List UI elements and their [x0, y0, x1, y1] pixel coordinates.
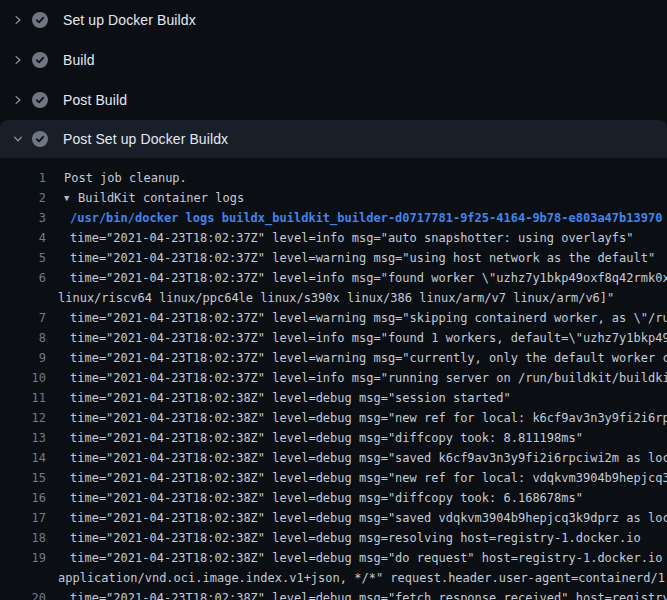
log-text: time="2021-04-23T18:02:38Z" level=debug …: [46, 388, 511, 408]
log-text: time="2021-04-23T18:02:38Z" level=debug …: [46, 428, 583, 448]
log-row: 9 time="2021-04-23T18:02:37Z" level=warn…: [0, 348, 667, 368]
line-number[interactable]: 20: [0, 588, 46, 600]
line-number[interactable]: 13: [0, 428, 46, 448]
log-console: 1 Post job cleanup. 2 ▼BuildKit containe…: [0, 158, 667, 600]
line-number[interactable]: 15: [0, 468, 46, 488]
log-row: 15 time="2021-04-23T18:02:38Z" level=deb…: [0, 468, 667, 488]
line-number[interactable]: 17: [0, 508, 46, 528]
log-text: ▼BuildKit container logs: [46, 188, 244, 208]
log-row: 7 time="2021-04-23T18:02:37Z" level=warn…: [0, 308, 667, 328]
log-row: linux/riscv64 linux/ppc64le linux/s390x …: [0, 288, 667, 308]
actions-log-viewer: Set up Docker Buildx Build Post Buil: [0, 0, 667, 600]
line-number[interactable]: 1: [0, 168, 46, 188]
log-row: 13 time="2021-04-23T18:02:38Z" level=deb…: [0, 428, 667, 448]
log-row: 18 time="2021-04-23T18:02:38Z" level=deb…: [0, 528, 667, 548]
log-text: time="2021-04-23T18:02:37Z" level=warnin…: [46, 248, 655, 268]
log-text: time="2021-04-23T18:02:37Z" level=info m…: [46, 268, 667, 288]
line-number: [0, 568, 46, 588]
step-row-build[interactable]: Build: [0, 40, 667, 80]
log-row: 16 time="2021-04-23T18:02:38Z" level=deb…: [0, 488, 667, 508]
line-number[interactable]: 2: [0, 188, 46, 208]
log-text: time="2021-04-23T18:02:38Z" level=debug …: [46, 408, 667, 428]
step-row-post-build[interactable]: Post Build: [0, 80, 667, 120]
line-number[interactable]: 16: [0, 488, 46, 508]
log-row: 19 time="2021-04-23T18:02:38Z" level=deb…: [0, 548, 667, 568]
log-row: 5 time="2021-04-23T18:02:37Z" level=warn…: [0, 248, 667, 268]
log-row: 4 time="2021-04-23T18:02:37Z" level=info…: [0, 228, 667, 248]
step-list: Set up Docker Buildx Build Post Buil: [0, 0, 667, 158]
line-number[interactable]: 4: [0, 228, 46, 248]
check-circle-icon: [32, 52, 48, 68]
step-label: Post Set up Docker Buildx: [63, 131, 228, 147]
log-text: time="2021-04-23T18:02:38Z" level=debug …: [46, 508, 667, 528]
chevron-down-icon: [10, 131, 26, 147]
check-circle-icon: [32, 12, 48, 28]
step-label: Set up Docker Buildx: [63, 12, 196, 28]
log-row: 1 Post job cleanup.: [0, 168, 667, 188]
log-text: time="2021-04-23T18:02:37Z" level=info m…: [46, 368, 667, 388]
log-row: 6 time="2021-04-23T18:02:37Z" level=info…: [0, 268, 667, 288]
line-number[interactable]: 9: [0, 348, 46, 368]
log-text: Post job cleanup.: [46, 168, 187, 188]
log-text: time="2021-04-23T18:02:38Z" level=debug …: [46, 448, 667, 468]
log-group-label: BuildKit container logs: [78, 191, 244, 205]
line-number[interactable]: 12: [0, 408, 46, 428]
log-row: 3 /usr/bin/docker logs buildx_buildkit_b…: [0, 208, 667, 228]
log-row: application/vnd.oci.image.index.v1+json,…: [0, 568, 667, 588]
chevron-right-icon: [10, 52, 26, 68]
line-number[interactable]: 10: [0, 368, 46, 388]
line-number[interactable]: 14: [0, 448, 46, 468]
check-circle-icon: [32, 131, 48, 147]
line-number: [0, 288, 46, 308]
log-text: time="2021-04-23T18:02:38Z" level=debug …: [46, 548, 667, 568]
log-group-row[interactable]: 2 ▼BuildKit container logs: [0, 188, 667, 208]
chevron-right-icon: [10, 92, 26, 108]
log-text: application/vnd.oci.image.index.v1+json,…: [46, 568, 667, 588]
triangle-down-icon: ▼: [64, 188, 78, 208]
log-text: time="2021-04-23T18:02:37Z" level=warnin…: [46, 348, 667, 368]
line-number[interactable]: 7: [0, 308, 46, 328]
line-number[interactable]: 3: [0, 208, 46, 228]
step-row-post-set-up-docker-buildx[interactable]: Post Set up Docker Buildx: [0, 120, 667, 158]
log-row: 8 time="2021-04-23T18:02:37Z" level=info…: [0, 328, 667, 348]
line-number[interactable]: 11: [0, 388, 46, 408]
log-text: time="2021-04-23T18:02:38Z" level=debug …: [46, 468, 667, 488]
line-number[interactable]: 5: [0, 248, 46, 268]
log-row: 20 time="2021-04-23T18:02:38Z" level=deb…: [0, 588, 667, 600]
log-row: 12 time="2021-04-23T18:02:38Z" level=deb…: [0, 408, 667, 428]
log-row: 14 time="2021-04-23T18:02:38Z" level=deb…: [0, 448, 667, 468]
command-log-text: /usr/bin/docker logs buildx_buildkit_bui…: [46, 208, 662, 228]
log-text: time="2021-04-23T18:02:38Z" level=debug …: [46, 488, 583, 508]
log-text: time="2021-04-23T18:02:38Z" level=debug …: [46, 588, 667, 600]
chevron-right-icon: [10, 12, 26, 28]
log-text: time="2021-04-23T18:02:37Z" level=warnin…: [46, 308, 667, 328]
line-number[interactable]: 19: [0, 548, 46, 568]
log-row: 10 time="2021-04-23T18:02:37Z" level=inf…: [0, 368, 667, 388]
log-text: time="2021-04-23T18:02:37Z" level=info m…: [46, 328, 667, 348]
log-row: 17 time="2021-04-23T18:02:38Z" level=deb…: [0, 508, 667, 528]
line-number[interactable]: 8: [0, 328, 46, 348]
line-number[interactable]: 18: [0, 528, 46, 548]
line-number[interactable]: 6: [0, 268, 46, 288]
check-circle-icon: [32, 92, 48, 108]
log-row: 11 time="2021-04-23T18:02:38Z" level=deb…: [0, 388, 667, 408]
log-text: time="2021-04-23T18:02:37Z" level=info m…: [46, 228, 634, 248]
step-label: Post Build: [63, 92, 127, 108]
log-text: time="2021-04-23T18:02:38Z" level=debug …: [46, 528, 641, 548]
log-text: linux/riscv64 linux/ppc64le linux/s390x …: [46, 288, 614, 308]
step-row-set-up-docker-buildx[interactable]: Set up Docker Buildx: [0, 0, 667, 40]
step-label: Build: [63, 52, 95, 68]
